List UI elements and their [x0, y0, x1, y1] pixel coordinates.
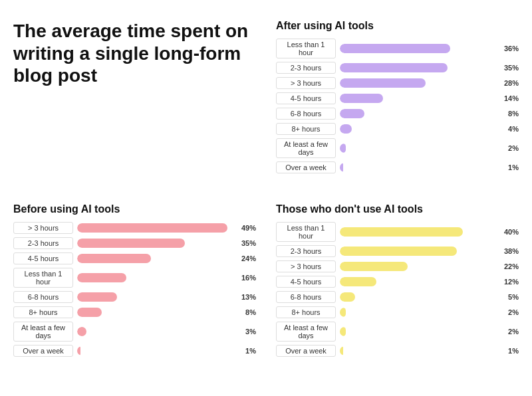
bar-track [77, 346, 231, 355]
after-bars: Less than 1 hour36%2-3 hours35%> 3 hours… [276, 39, 519, 173]
bar-track [340, 163, 493, 172]
nouse-bars: Less than 1 hour40%2-3 hours38%> 3 hours… [276, 222, 519, 357]
bar-label: At least a few days [276, 322, 336, 342]
bar-fill [77, 273, 126, 282]
bar-track [340, 277, 493, 286]
bar-percentage: 14% [497, 94, 519, 102]
bar-label: > 3 hours [276, 77, 336, 89]
bar-fill [340, 44, 450, 53]
list-item: Less than 1 hour40% [276, 222, 519, 242]
bar-percentage: 35% [235, 239, 256, 247]
bar-percentage: 38% [497, 247, 519, 255]
bar-track [77, 223, 231, 233]
bar-track [77, 239, 231, 248]
list-item: 2-3 hours38% [276, 245, 519, 257]
bar-fill [340, 308, 346, 317]
bar-track [340, 109, 493, 118]
bar-label: 6-8 hours [276, 108, 336, 120]
bar-percentage: 28% [497, 79, 519, 87]
bar-percentage: 5% [497, 293, 519, 301]
list-item: 6-8 hours8% [276, 108, 519, 120]
bar-label: 2-3 hours [276, 245, 336, 257]
bar-percentage: 35% [497, 64, 519, 72]
list-item: 4-5 hours12% [276, 276, 519, 288]
list-item: 6-8 hours5% [276, 291, 519, 303]
list-item: At least a few days2% [276, 138, 519, 158]
bar-fill [77, 254, 151, 263]
bar-percentage: 1% [497, 347, 519, 355]
bar-label: 8+ hours [13, 306, 73, 318]
nouse-ai-title: Those who don't use AI tools [276, 203, 519, 215]
bar-label: 8+ hours [276, 123, 336, 135]
list-item: 8+ hours2% [276, 306, 519, 318]
bar-percentage: 8% [497, 110, 519, 118]
bar-label: At least a few days [276, 138, 336, 158]
bar-label: Less than 1 hour [13, 268, 73, 288]
bar-label: 6-8 hours [13, 291, 73, 303]
bar-fill [340, 163, 343, 172]
bar-label: > 3 hours [13, 222, 73, 234]
bar-track [77, 254, 231, 263]
bar-track [77, 327, 231, 336]
bar-fill [77, 292, 117, 302]
bar-fill [340, 78, 426, 88]
bar-fill [340, 144, 346, 153]
bar-fill [340, 109, 364, 118]
bar-label: 4-5 hours [276, 92, 336, 104]
bar-percentage: 1% [497, 163, 519, 171]
list-item: > 3 hours49% [13, 222, 256, 234]
bar-fill [340, 292, 355, 302]
bar-percentage: 2% [497, 328, 519, 336]
bar-fill [77, 346, 80, 355]
list-item: 2-3 hours35% [13, 237, 256, 249]
bar-fill [77, 223, 227, 233]
bar-label: 2-3 hours [13, 237, 73, 249]
bar-fill [340, 63, 448, 72]
bar-fill [340, 262, 408, 271]
list-item: At least a few days3% [13, 322, 256, 342]
bar-track [77, 273, 231, 282]
list-item: Less than 1 hour16% [13, 268, 256, 288]
bar-track [77, 292, 231, 302]
bar-track [340, 94, 493, 103]
bar-percentage: 2% [497, 144, 519, 152]
bar-percentage: 12% [497, 278, 519, 286]
bar-track [340, 327, 493, 336]
before-bars: > 3 hours49%2-3 hours35%4-5 hours24%Less… [13, 222, 256, 357]
bar-track [340, 247, 493, 256]
bar-percentage: 2% [497, 308, 519, 316]
bar-track [340, 44, 493, 53]
title-section: The average time spent on writing a sing… [13, 13, 256, 183]
bar-track [340, 144, 493, 153]
bar-track [340, 262, 493, 271]
bar-label: Less than 1 hour [276, 222, 336, 242]
page-title: The average time spent on writing a sing… [13, 20, 256, 87]
bar-label: Over a week [13, 345, 73, 357]
bar-track [340, 346, 493, 355]
list-item: Over a week1% [276, 161, 519, 173]
bar-fill [340, 277, 376, 286]
bar-fill [77, 308, 102, 317]
bar-fill [77, 239, 185, 248]
bar-label: Over a week [276, 345, 336, 357]
list-item: Over a week1% [276, 345, 519, 357]
bar-label: Less than 1 hour [276, 39, 336, 58]
list-item: 8+ hours8% [13, 306, 256, 318]
bar-percentage: 1% [235, 347, 256, 355]
bar-fill [340, 227, 463, 237]
list-item: 2-3 hours35% [276, 62, 519, 74]
bar-percentage: 3% [235, 328, 256, 336]
bar-percentage: 16% [235, 274, 256, 282]
bar-percentage: 4% [497, 125, 519, 133]
bar-percentage: 36% [497, 45, 519, 52]
list-item: 6-8 hours13% [13, 291, 256, 303]
bar-track [77, 308, 231, 317]
after-ai-section: After using AI tools Less than 1 hour36%… [276, 13, 519, 183]
bar-fill [340, 327, 346, 336]
before-ai-title: Before using AI tools [13, 203, 256, 215]
bar-track [340, 292, 493, 302]
bar-label: At least a few days [13, 322, 73, 342]
bar-fill [340, 94, 383, 103]
bar-track [340, 63, 493, 72]
bar-fill [77, 327, 86, 336]
